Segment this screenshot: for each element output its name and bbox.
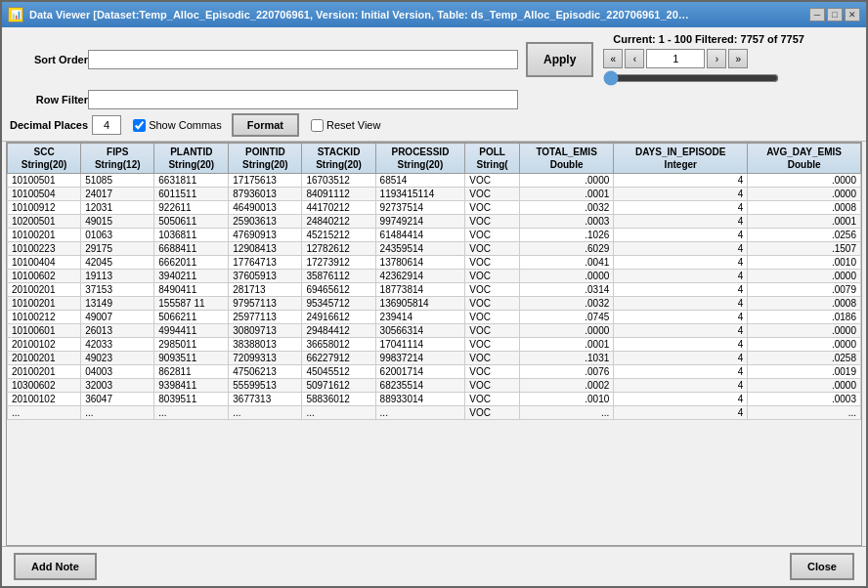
table-cell: ... (8, 406, 81, 420)
page-input[interactable] (646, 49, 705, 68)
reset-view-label[interactable]: Reset View (311, 119, 380, 132)
table-cell: ... (375, 406, 465, 420)
main-window: 📊 Data Viewer [Dataset:Temp_Alloc_Episod… (0, 0, 868, 588)
table-cell: 4 (614, 215, 748, 229)
table-cell: 8039511 (154, 393, 229, 406)
col-pointid[interactable]: POINTIDString(20) (229, 144, 302, 174)
page-slider[interactable] (603, 72, 779, 84)
table-row: 1010021249007506621125977113249166122394… (8, 311, 861, 324)
show-commas-label[interactable]: Show Commas (133, 119, 222, 132)
restore-button[interactable]: □ (827, 8, 843, 21)
col-poll[interactable]: POLLString( (465, 144, 520, 174)
table-cell: 5050611 (154, 215, 229, 229)
table-cell: ... (302, 406, 375, 420)
table-cell: 12782612 (302, 242, 375, 256)
table-cell: 58836012 (302, 393, 375, 406)
title-bar-left: 📊 Data Viewer [Dataset:Temp_Alloc_Episod… (8, 7, 694, 22)
table-cell: .0002 (519, 379, 613, 393)
table-cell: 87936013 (229, 188, 302, 201)
row-filter-input[interactable] (88, 90, 518, 109)
table-cell: 97957113 (229, 297, 302, 311)
table-cell: 10100501 (8, 174, 81, 188)
table-row: 1010050151085663181117175613167035126851… (8, 174, 861, 188)
close-title-button[interactable]: ✕ (845, 8, 860, 21)
table-cell: .0314 (519, 283, 613, 297)
table-row: 2010010236047803951136773135883601288933… (8, 393, 861, 406)
table-cell: 50971612 (302, 379, 375, 393)
table-cell: 4 (614, 406, 748, 420)
table-cell: 10200501 (8, 215, 81, 229)
col-scc[interactable]: SCCString(20) (8, 144, 81, 174)
table-cell: 4 (614, 297, 748, 311)
table-cell: 26013 (81, 324, 154, 338)
table-row: 1030060232003939841155599513509716126823… (8, 379, 861, 393)
apply-button[interactable]: Apply (526, 42, 593, 77)
table-cell: 2985011 (154, 338, 229, 352)
table-cell: .0000 (748, 324, 861, 338)
table-cell: 10100212 (8, 311, 81, 324)
col-fips[interactable]: FIPSString(12) (81, 144, 154, 174)
sort-order-row: Sort Order Apply Current: 1 - 100 Filter… (10, 33, 858, 86)
table-cell: VOC (465, 215, 520, 229)
table-cell: 239414 (375, 311, 465, 324)
table-row: 1010060219113394021137605913358761124236… (8, 270, 861, 283)
table-cell: VOC (465, 242, 520, 256)
close-button[interactable]: Close (790, 553, 854, 580)
table-cell: ... (154, 406, 229, 420)
slider-container (603, 72, 804, 86)
first-page-button[interactable]: « (603, 49, 623, 68)
table-cell: 29484412 (302, 324, 375, 338)
table-cell: 20100102 (8, 338, 81, 352)
table-cell: .0008 (748, 201, 861, 215)
table-row: 1010020113149155587 11979571139534571213… (8, 297, 861, 311)
table-row: 2010020104003862811475062134504551262001… (8, 365, 861, 379)
table-cell: 49015 (81, 215, 154, 229)
table-cell: 49023 (81, 352, 154, 365)
decimal-places-input[interactable] (92, 115, 121, 135)
table-cell: 9398411 (154, 379, 229, 393)
table-cell: 10300602 (8, 379, 81, 393)
table-scroll[interactable]: SCCString(20) FIPSString(12) PLANTIDStri… (6, 142, 862, 546)
table-cell: .0003 (519, 215, 613, 229)
table-cell: .0256 (748, 229, 861, 242)
table-row: 1010050424017601151187936013840911121193… (8, 188, 861, 201)
table-cell: 4 (614, 242, 748, 256)
col-avg-day-emis[interactable]: AVG_DAY_EMISDouble (748, 144, 861, 174)
col-days-in-episode[interactable]: DAYS_IN_EPISODEInteger (614, 144, 748, 174)
decimal-places-label: Decimal Places (10, 119, 88, 131)
table-cell: 04003 (81, 365, 154, 379)
format-button[interactable]: Format (232, 113, 299, 137)
table-cell: 45215212 (302, 229, 375, 242)
table-cell: 922611 (154, 201, 229, 215)
table-cell: .0000 (748, 379, 861, 393)
table-cell: .0019 (748, 365, 861, 379)
table-cell: 20100201 (8, 365, 81, 379)
table-cell: 37153 (81, 283, 154, 297)
col-plantid[interactable]: PLANTIDString(20) (154, 144, 229, 174)
next-page-button[interactable]: › (707, 49, 726, 68)
table-cell: 17273912 (302, 256, 375, 270)
table-cell: 4 (614, 352, 748, 365)
prev-page-button[interactable]: ‹ (625, 49, 644, 68)
table-cell: .0010 (748, 256, 861, 270)
last-page-button[interactable]: » (728, 49, 748, 68)
reset-view-checkbox[interactable] (311, 119, 324, 132)
table-cell: 44170212 (302, 201, 375, 215)
minimize-button[interactable]: ─ (809, 8, 825, 21)
sort-order-input[interactable] (88, 50, 518, 69)
table-cell: 95345712 (302, 297, 375, 311)
col-stackid[interactable]: STACKIDString(20) (302, 144, 375, 174)
table-cell: 4 (614, 324, 748, 338)
add-note-button[interactable]: Add Note (14, 553, 97, 580)
table-cell: VOC (465, 393, 520, 406)
table-cell: 4 (614, 270, 748, 283)
table-row: 1010091212031922611464900134417021292737… (8, 201, 861, 215)
col-total-emis[interactable]: TOTAL_EMISDouble (519, 144, 613, 174)
show-commas-checkbox[interactable] (133, 119, 146, 132)
col-processid[interactable]: PROCESSIDString(20) (375, 144, 465, 174)
app-icon: 📊 (8, 7, 23, 22)
table-cell: .0032 (519, 297, 613, 311)
bottom-bar: Add Note Close (2, 546, 866, 586)
table-cell: VOC (465, 283, 520, 297)
table-cell: 4 (614, 283, 748, 297)
